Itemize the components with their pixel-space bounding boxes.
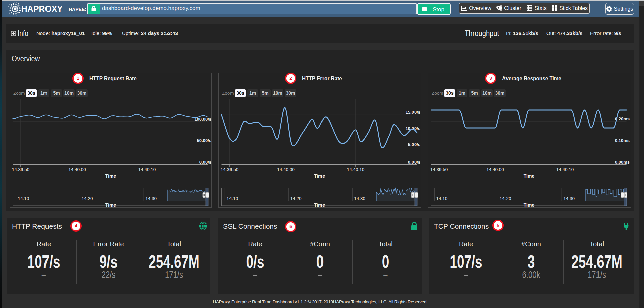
svg-text:14:40:00: 14:40:00 xyxy=(277,167,295,172)
svg-text:14:40:10: 14:40:10 xyxy=(138,167,156,172)
svg-text:14:39:50: 14:39:50 xyxy=(12,167,30,172)
svg-text:14:40:00: 14:40:00 xyxy=(68,167,86,172)
svg-text:14:30: 14:30 xyxy=(354,196,365,201)
svg-text:14:30: 14:30 xyxy=(563,196,575,201)
svg-text:14:40:10: 14:40:10 xyxy=(556,167,574,172)
svg-text:Time: Time xyxy=(105,202,116,207)
svg-text:0.10ms: 0.10ms xyxy=(615,138,630,143)
svg-text:14:10: 14:10 xyxy=(436,196,447,201)
svg-text:0.00ms: 0.00ms xyxy=(615,160,630,165)
svg-text:5.00/s: 5.00/s xyxy=(408,142,420,147)
svg-text:14:40:10: 14:40:10 xyxy=(347,167,365,172)
svg-text:14:20: 14:20 xyxy=(290,196,302,201)
svg-text:14:20: 14:20 xyxy=(500,196,511,201)
svg-text:15.00/s: 15.00/s xyxy=(406,110,420,115)
svg-text:Time: Time xyxy=(314,202,325,207)
svg-text:0.00/s: 0.00/s xyxy=(408,160,420,165)
svg-text:10.00/s: 10.00/s xyxy=(406,126,420,131)
svg-text:Time: Time xyxy=(524,202,535,207)
svg-text:14:39:50: 14:39:50 xyxy=(221,167,239,172)
svg-text:0.00/s: 0.00/s xyxy=(199,160,211,165)
svg-text:14:40:00: 14:40:00 xyxy=(486,167,504,172)
svg-text:Time: Time xyxy=(314,173,325,179)
svg-text:Time: Time xyxy=(105,173,116,179)
svg-text:50.00/s: 50.00/s xyxy=(197,138,211,143)
svg-text:14:10: 14:10 xyxy=(226,196,238,201)
svg-text:14:20: 14:20 xyxy=(82,196,93,201)
svg-text:14:10: 14:10 xyxy=(18,196,29,201)
svg-text:14:30: 14:30 xyxy=(145,196,157,201)
svg-text:Time: Time xyxy=(524,173,535,179)
svg-text:14:39:50: 14:39:50 xyxy=(430,167,448,172)
